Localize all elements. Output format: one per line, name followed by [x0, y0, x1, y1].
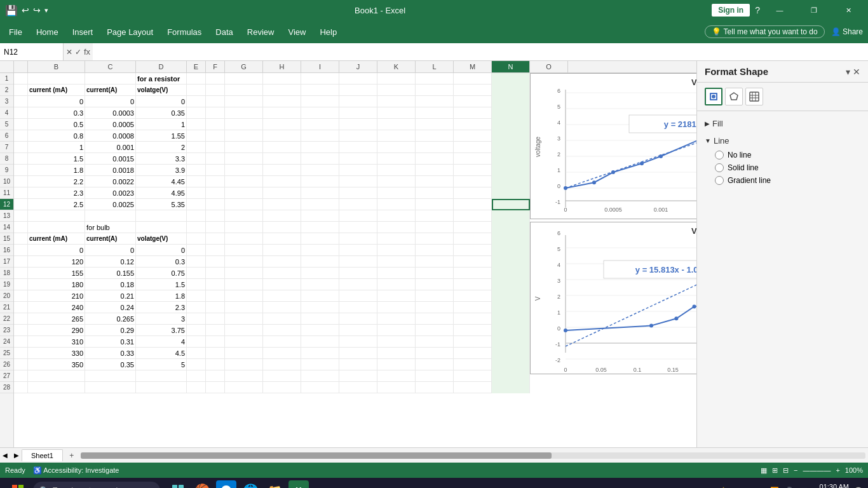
cell-f8[interactable]	[206, 153, 225, 165]
menu-data[interactable]: Data	[209, 25, 239, 39]
tell-me-input[interactable]: 💡 Tell me what you want to do	[705, 25, 825, 38]
sheet1-tab[interactable]: Sheet1	[22, 449, 63, 461]
cell-c9[interactable]: 0.0018	[85, 165, 136, 176]
cell-a6[interactable]	[14, 130, 28, 142]
cell-j8[interactable]	[339, 153, 377, 165]
row-number-24[interactable]: 24	[0, 336, 13, 348]
cell-m2[interactable]	[454, 85, 492, 96]
cell-h9[interactable]	[263, 165, 301, 176]
cell-k12[interactable]	[377, 199, 416, 210]
col-header-c[interactable]: C	[85, 61, 136, 72]
panel-collapse-icon[interactable]: ▾	[846, 67, 850, 77]
col-header-b[interactable]: B	[28, 61, 85, 72]
cell-g10[interactable]	[225, 176, 263, 187]
cell-h12[interactable]	[263, 199, 301, 210]
cell-m5[interactable]	[454, 119, 492, 130]
cell-f28[interactable]	[206, 382, 225, 393]
cell-g21[interactable]	[225, 302, 263, 313]
cell-n9[interactable]	[492, 165, 530, 176]
cell-j24[interactable]	[339, 336, 377, 348]
cell-g1[interactable]	[225, 73, 263, 85]
cell-c18[interactable]: 0.155	[85, 268, 136, 279]
grid[interactable]: for a resistorcurrent (mA)current(A)vola…	[14, 73, 530, 447]
cell-f21[interactable]	[206, 302, 225, 313]
cell-f5[interactable]	[206, 119, 225, 130]
cell-j5[interactable]	[339, 119, 377, 130]
redo-icon[interactable]: ↪	[33, 5, 41, 15]
cell-d10[interactable]: 4.45	[136, 176, 187, 187]
cell-c25[interactable]: 0.33	[85, 348, 136, 359]
cell-n26[interactable]	[492, 359, 530, 370]
cell-l2[interactable]	[416, 85, 454, 96]
cell-c12[interactable]: 0.0025	[85, 199, 136, 210]
cell-c1[interactable]	[85, 73, 136, 85]
line-section-header[interactable]: ▼ Line	[705, 133, 860, 148]
cell-m1[interactable]	[454, 73, 492, 85]
cell-f12[interactable]	[206, 199, 225, 210]
col-header-o[interactable]: O	[530, 61, 568, 72]
no-line-radio[interactable]	[715, 151, 724, 159]
cell-f26[interactable]	[206, 359, 225, 370]
zoom-out-icon[interactable]: −	[794, 466, 797, 474]
cell-j7[interactable]	[339, 142, 377, 153]
gradient-line-option[interactable]: Gradient line	[715, 176, 850, 185]
cell-i28[interactable]	[301, 382, 339, 393]
sheet-scroll-arrows[interactable]: ◀ ▶	[0, 452, 22, 459]
cell-i23[interactable]	[301, 325, 339, 336]
cell-b10[interactable]: 2.2	[28, 176, 85, 187]
cell-m21[interactable]	[454, 302, 492, 313]
cell-a11[interactable]	[14, 187, 28, 199]
cell-l17[interactable]	[416, 256, 454, 268]
cell-k17[interactable]	[377, 256, 416, 268]
taskbar-app-edge[interactable]	[216, 480, 236, 488]
cell-h7[interactable]	[263, 142, 301, 153]
zoom-slider[interactable]: ————	[803, 466, 831, 474]
cell-m10[interactable]	[454, 176, 492, 187]
cell-c7[interactable]: 0.001	[85, 142, 136, 153]
cell-k14[interactable]	[377, 222, 416, 233]
cell-g24[interactable]	[225, 336, 263, 348]
cell-g14[interactable]	[225, 222, 263, 233]
cell-b7[interactable]: 1	[28, 142, 85, 153]
cell-l23[interactable]	[416, 325, 454, 336]
cell-g4[interactable]	[225, 107, 263, 119]
cell-e28[interactable]	[187, 382, 206, 393]
cell-j6[interactable]	[339, 130, 377, 142]
cell-k24[interactable]	[377, 336, 416, 348]
cell-d27[interactable]	[136, 370, 187, 382]
cell-a8[interactable]	[14, 153, 28, 165]
cell-j14[interactable]	[339, 222, 377, 233]
cell-c19[interactable]: 0.18	[85, 279, 136, 290]
sheet-scroll-right-icon[interactable]: ▶	[11, 452, 22, 459]
no-line-option[interactable]: No line	[715, 151, 850, 159]
cell-a5[interactable]	[14, 119, 28, 130]
cell-h11[interactable]	[263, 187, 301, 199]
col-header-m[interactable]: M	[454, 61, 492, 72]
cell-h2[interactable]	[263, 85, 301, 96]
cell-b27[interactable]	[28, 370, 85, 382]
cell-i2[interactable]	[301, 85, 339, 96]
cell-d16[interactable]: 0	[136, 245, 187, 256]
cell-i14[interactable]	[301, 222, 339, 233]
cell-n20[interactable]	[492, 290, 530, 302]
cell-n14[interactable]	[492, 222, 530, 233]
cell-c10[interactable]: 0.0022	[85, 176, 136, 187]
scrollbar-thumb[interactable]	[81, 452, 552, 459]
cell-b15[interactable]: current (mA)	[28, 233, 85, 245]
cell-n15[interactable]	[492, 233, 530, 245]
cell-c24[interactable]: 0.31	[85, 336, 136, 348]
row-number-13[interactable]: 13	[0, 210, 13, 222]
cell-e12[interactable]	[187, 199, 206, 210]
cell-j4[interactable]	[339, 107, 377, 119]
save-icon[interactable]: 💾	[5, 4, 18, 17]
cell-b26[interactable]: 350	[28, 359, 85, 370]
cell-l22[interactable]	[416, 313, 454, 325]
cell-d5[interactable]: 1	[136, 119, 187, 130]
cell-i21[interactable]	[301, 302, 339, 313]
col-header-a[interactable]	[14, 61, 28, 72]
cell-c15[interactable]: current(A)	[85, 233, 136, 245]
cell-k9[interactable]	[377, 165, 416, 176]
cell-f25[interactable]	[206, 348, 225, 359]
cell-e20[interactable]	[187, 290, 206, 302]
cell-g7[interactable]	[225, 142, 263, 153]
